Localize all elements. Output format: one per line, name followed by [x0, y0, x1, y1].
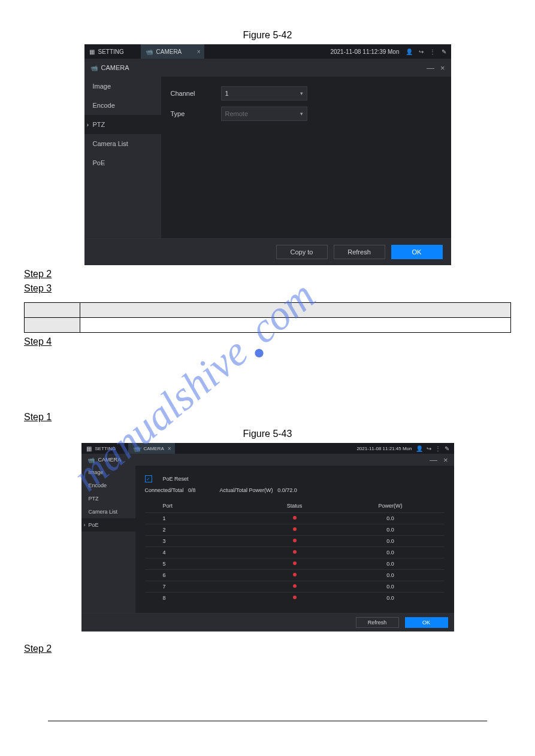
table-row: 30.0 [145, 536, 445, 547]
camera-icon [133, 445, 140, 452]
edit-icon[interactable] [445, 445, 449, 452]
sidebar-item-camera-list[interactable]: Camera List [84, 134, 161, 153]
sidebar-item-image[interactable]: Image [81, 466, 135, 479]
copy-to-label: Copy to [291, 248, 313, 256]
status-cell [235, 593, 355, 604]
sidebar-item-encode[interactable]: Encode [84, 96, 161, 115]
minimize-icon[interactable]: — [430, 456, 437, 464]
status-cell [235, 558, 355, 570]
sidebar: Image Encode PTZ Camera List PoE [81, 466, 135, 613]
connected-value: 0/8 [188, 487, 196, 493]
col-power: Power(W) [355, 499, 445, 513]
port-cell: 2 [145, 524, 235, 536]
main-panel: ✓ PoE Reset Connected/Total 0/8 Actual/T… [135, 466, 454, 613]
table-cell [80, 318, 511, 333]
refresh-button[interactable]: Refresh [334, 245, 385, 259]
type-dropdown[interactable]: Remote [221, 107, 307, 121]
table-row: 50.0 [145, 558, 445, 570]
footer-divider [48, 721, 487, 721]
camera-icon [146, 48, 153, 55]
step-3-link[interactable]: Step 3 [24, 283, 511, 294]
sidebar: Image Encode PTZ Camera List PoE [84, 77, 161, 238]
poe-table: Port Status Power(W) 10.020.030.040.050.… [145, 499, 445, 603]
tab-close-icon[interactable]: × [168, 445, 171, 452]
poe-reset-checkbox[interactable]: ✓ [145, 475, 152, 482]
table-row: 40.0 [145, 547, 445, 558]
sidebar-item-poe[interactable]: PoE [81, 518, 135, 532]
sidebar-item-label: Camera List [89, 509, 118, 515]
tab-camera-label: CAMERA [156, 48, 182, 55]
sidebar-item-label: PTZ [93, 121, 105, 128]
ok-label: OK [422, 620, 430, 626]
camera-icon [87, 457, 95, 463]
status-dot-icon [293, 539, 297, 542]
copy-to-button[interactable]: Copy to [276, 245, 328, 259]
power-cell: 0.0 [355, 558, 445, 570]
status-dot-icon [293, 550, 297, 554]
power-cell: 0.0 [355, 513, 445, 524]
table-header-row: Port Status Power(W) [145, 499, 445, 513]
step-1-link[interactable]: Step 1 [24, 412, 511, 423]
sidebar-item-ptz[interactable]: PTZ [84, 115, 161, 134]
user-icon[interactable] [406, 48, 413, 55]
status-cell [235, 524, 355, 536]
minimize-icon[interactable]: — [427, 63, 434, 72]
ok-button[interactable]: OK [391, 245, 443, 259]
tab-setting-label: SETTING [95, 446, 116, 451]
edit-icon[interactable] [442, 48, 446, 55]
tab-setting[interactable]: SETTING [84, 44, 141, 59]
status-cell [235, 570, 355, 581]
menu-icon[interactable] [430, 48, 436, 55]
table-row: 20.0 [145, 524, 445, 536]
table-row: 70.0 [145, 581, 445, 593]
sidebar-item-poe[interactable]: PoE [84, 153, 161, 172]
sidebar-item-encode[interactable]: Encode [81, 479, 135, 492]
status-cell [235, 581, 355, 593]
status-dot-icon [293, 573, 297, 576]
power-cell: 0.0 [355, 593, 445, 604]
user-icon[interactable] [416, 445, 423, 452]
main-panel: Channel 1 Type Remote [161, 77, 451, 238]
step-4-link[interactable]: Step 4 [24, 336, 511, 347]
ok-button[interactable]: OK [405, 617, 448, 628]
camera-icon [90, 65, 98, 71]
power-value: 0.0/72.0 [277, 487, 297, 493]
grid-icon [89, 48, 95, 55]
refresh-label: Refresh [347, 248, 371, 256]
step-2-link-b[interactable]: Step 2 [24, 643, 511, 654]
logout-icon[interactable] [427, 445, 431, 452]
sidebar-item-ptz[interactable]: PTZ [81, 492, 135, 505]
subbar-title: CAMERA [98, 457, 122, 463]
refresh-button[interactable]: Refresh [356, 617, 399, 628]
figure-caption-43: Figure 5-43 [24, 429, 511, 439]
sidebar-item-camera-list[interactable]: Camera List [81, 505, 135, 518]
screenshot-figure-43: SETTING CAMERA × 2021-11-08 11:21:45 Mon… [81, 443, 454, 631]
power-cell: 0.0 [355, 547, 445, 558]
footer-bar: Refresh OK [81, 613, 454, 631]
tab-camera[interactable]: CAMERA × [141, 44, 204, 59]
subbar: CAMERA — × [84, 59, 451, 77]
subbar: CAMERA — × [81, 454, 454, 466]
channel-dropdown[interactable]: 1 [221, 86, 307, 101]
power-cell: 0.0 [355, 570, 445, 581]
connected-label: Connected/Total [145, 487, 184, 493]
tab-close-icon[interactable]: × [197, 48, 201, 55]
status-cell [235, 536, 355, 547]
close-icon[interactable]: × [440, 63, 445, 72]
sidebar-item-image[interactable]: Image [84, 77, 161, 96]
close-icon[interactable]: × [443, 456, 448, 464]
logout-icon[interactable] [419, 48, 424, 55]
port-cell: 8 [145, 593, 235, 604]
port-cell: 3 [145, 536, 235, 547]
status-dot-icon [293, 527, 297, 531]
channel-label: Channel [171, 90, 207, 97]
menu-icon[interactable] [435, 445, 441, 452]
port-cell: 7 [145, 581, 235, 593]
port-cell: 6 [145, 570, 235, 581]
form-row-type: Type Remote [171, 107, 442, 121]
sidebar-item-label: Encode [89, 482, 107, 488]
poe-reset-row: ✓ PoE Reset [145, 475, 445, 482]
step-2-link[interactable]: Step 2 [24, 269, 511, 280]
tab-setting[interactable]: SETTING [81, 443, 128, 454]
tab-camera[interactable]: CAMERA × [128, 443, 175, 454]
